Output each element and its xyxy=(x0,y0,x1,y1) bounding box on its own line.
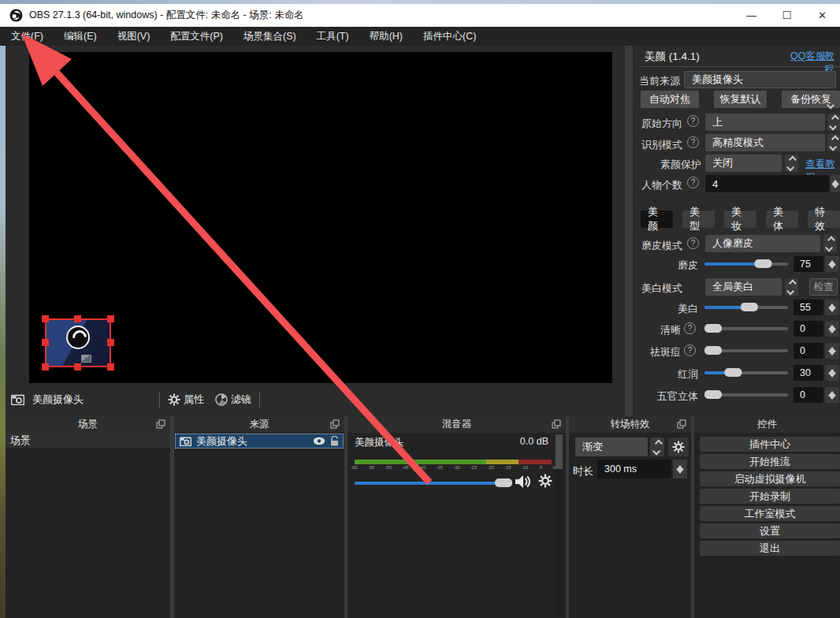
scenes-dock-header[interactable]: 场景 xyxy=(6,416,170,433)
transition-dock-header[interactable]: 转场特效 xyxy=(569,416,691,433)
slider-value[interactable]: 75 xyxy=(794,256,823,272)
duration-spinner[interactable] xyxy=(673,460,687,478)
autofocus-button[interactable]: 自动对焦 xyxy=(641,91,699,108)
preview-canvas[interactable] xyxy=(29,52,612,383)
menu-item[interactable]: 视图(V) xyxy=(117,30,151,43)
whiten-mode-spinner[interactable] xyxy=(785,278,798,296)
orientation-select[interactable]: 上 xyxy=(705,114,825,131)
smooth-mode-select[interactable]: 人像磨皮 xyxy=(705,235,820,252)
slider-knob[interactable] xyxy=(724,368,742,377)
slider-help-icon[interactable] xyxy=(684,344,696,356)
popout-icon[interactable] xyxy=(330,419,340,429)
transition-type-spinner[interactable] xyxy=(650,437,664,456)
control-button[interactable]: 开始推流 xyxy=(700,454,840,469)
resize-handle-se[interactable] xyxy=(107,363,114,370)
resize-handle-sw[interactable] xyxy=(42,363,49,370)
slider-spinner[interactable] xyxy=(825,365,839,381)
slider-spinner[interactable] xyxy=(825,300,839,315)
tab-meiti[interactable]: 美体 xyxy=(766,210,798,228)
menu-item[interactable]: 场景集合(S) xyxy=(243,30,296,43)
slider-track[interactable] xyxy=(704,262,788,266)
tab-meizhuang[interactable]: 美妆 xyxy=(724,210,756,228)
volume-slider[interactable] xyxy=(355,482,510,485)
maximize-button[interactable]: ☐ xyxy=(769,4,805,27)
resize-handle-w[interactable] xyxy=(42,339,49,346)
resize-handle-e[interactable] xyxy=(107,339,114,346)
slider-value[interactable]: 30 xyxy=(794,365,823,381)
slider-track[interactable] xyxy=(704,393,788,396)
tab-texiao[interactable]: 特效 xyxy=(808,210,840,228)
smooth-mode-spinner[interactable] xyxy=(823,235,837,252)
slider-knob[interactable] xyxy=(741,303,758,311)
backup-dropdown-icon[interactable] xyxy=(829,97,834,111)
menu-item[interactable]: 文件(F) xyxy=(11,30,43,43)
qq-support-link[interactable]: QQ客服 xyxy=(790,50,825,63)
panel-scrollbar[interactable] xyxy=(625,46,633,416)
control-button[interactable]: 启动虚拟摄像机 xyxy=(700,471,840,486)
mixer-scrollbar[interactable] xyxy=(556,434,563,614)
speaker-icon[interactable] xyxy=(515,474,532,490)
close-button[interactable]: ✕ xyxy=(805,4,840,27)
slider-track[interactable] xyxy=(704,306,788,309)
slider-spinner[interactable] xyxy=(825,387,839,403)
controls-dock-header[interactable]: 控件 xyxy=(694,416,840,433)
people-count-input[interactable]: 4 xyxy=(705,175,829,192)
slider-value[interactable]: 0 xyxy=(794,387,823,403)
menu-item[interactable]: 插件中心(C) xyxy=(423,30,476,43)
control-button[interactable]: 插件中心 xyxy=(700,437,840,452)
tab-meiyan[interactable]: 美颜 xyxy=(641,210,673,228)
volume-slider-knob[interactable] xyxy=(495,478,512,487)
slider-knob[interactable] xyxy=(704,324,722,333)
scene-list-item[interactable]: 场景 xyxy=(6,433,170,448)
check-button[interactable]: 检查 xyxy=(809,278,838,296)
mixer-dock-header[interactable]: 混音器 xyxy=(348,416,566,433)
visibility-eye-icon[interactable] xyxy=(313,437,325,445)
properties-button[interactable]: 属性 xyxy=(184,393,204,407)
slider-help-icon[interactable] xyxy=(684,322,696,334)
resize-handle-s[interactable] xyxy=(74,363,81,370)
slider-track[interactable] xyxy=(704,371,788,374)
menu-item[interactable]: 工具(T) xyxy=(317,30,349,43)
smooth-mode-help-icon[interactable] xyxy=(687,237,699,249)
popout-icon[interactable] xyxy=(156,419,165,429)
sources-dock-header[interactable]: 来源 xyxy=(174,416,344,433)
detect-mode-spinner[interactable] xyxy=(827,134,840,151)
mixer-gear-icon[interactable] xyxy=(538,474,552,488)
orientation-spinner[interactable] xyxy=(827,114,840,131)
people-count-spinner[interactable] xyxy=(831,175,840,192)
resize-handle-n[interactable] xyxy=(74,315,81,322)
slider-spinner[interactable] xyxy=(825,343,839,359)
resize-handle-ne[interactable] xyxy=(107,315,114,322)
popout-icon[interactable] xyxy=(552,419,561,429)
people-count-help-icon[interactable] xyxy=(687,177,699,188)
slider-track[interactable] xyxy=(704,327,788,330)
source-list-item[interactable]: 美颜摄像头 xyxy=(175,434,344,449)
restore-default-button[interactable]: 恢复默认 xyxy=(714,91,767,108)
detect-mode-select[interactable]: 高精度模式 xyxy=(705,134,825,151)
slider-spinner[interactable] xyxy=(825,256,839,272)
selected-source-box[interactable] xyxy=(45,318,111,367)
duration-input[interactable]: 300 ms xyxy=(597,460,671,478)
whiten-mode-select[interactable]: 全局美白 xyxy=(705,278,782,296)
minimize-button[interactable]: — xyxy=(734,4,769,27)
orientation-help-icon[interactable] xyxy=(687,115,699,127)
slider-knob[interactable] xyxy=(704,346,722,355)
detect-mode-help-icon[interactable] xyxy=(687,136,699,148)
transition-gear-button[interactable] xyxy=(668,437,689,456)
control-button[interactable]: 开始录制 xyxy=(700,489,840,504)
lock-icon[interactable] xyxy=(330,436,339,446)
tab-meixing[interactable]: 美型 xyxy=(682,210,715,228)
slider-knob[interactable] xyxy=(704,390,722,399)
resize-handle-nw[interactable] xyxy=(42,315,49,322)
menu-item[interactable]: 帮助(H) xyxy=(370,30,403,43)
protect-spinner[interactable] xyxy=(785,154,798,172)
popout-icon[interactable] xyxy=(677,419,686,429)
slider-track[interactable] xyxy=(704,349,788,352)
slider-knob[interactable] xyxy=(754,259,771,268)
control-button[interactable]: 工作室模式 xyxy=(700,506,840,521)
menu-item[interactable]: 配置文件(P) xyxy=(170,30,223,43)
menu-item[interactable]: 编辑(E) xyxy=(64,30,97,43)
filters-button[interactable]: 滤镜 xyxy=(231,393,251,407)
control-button[interactable]: 设置 xyxy=(700,523,840,538)
title-bar[interactable]: OBS 27.1.3 (64-bit, windows) - 配置文件: 未命名… xyxy=(0,4,840,27)
